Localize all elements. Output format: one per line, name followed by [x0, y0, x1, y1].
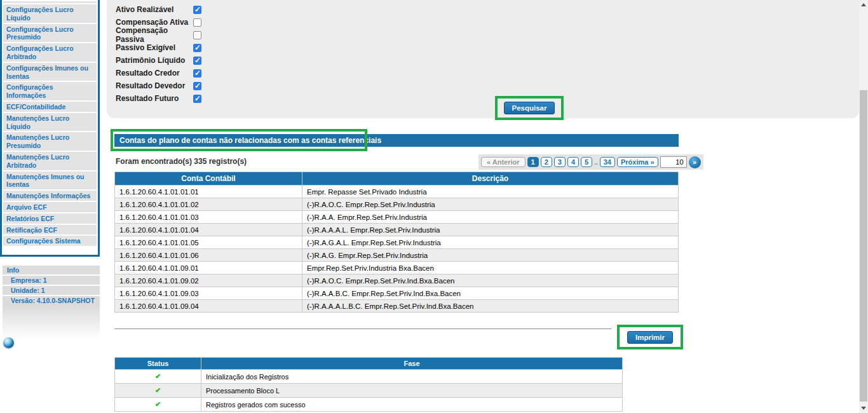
checkbox-label: Patrimônio Líquido	[116, 56, 193, 65]
sidebar-item-config-lucro-liquido[interactable]: Configurações Lucro Líquido	[3, 4, 97, 23]
annotation-box-search: Pesquisar	[495, 96, 564, 120]
sidebar-item-manut-lucro-liquido[interactable]: Manutenções Lucro Líquido	[3, 113, 97, 132]
descricao-cell: (-)R.A.G.A.L. Empr.Rep.Set.Priv.Industri…	[302, 236, 679, 249]
checkbox-list: Ativo Realizável Compensação Ativa Compe…	[116, 3, 201, 105]
compensacao-ativa-checkbox[interactable]	[193, 18, 201, 27]
scroll-up-icon[interactable]	[859, 0, 868, 10]
compensacao-passiva-checkbox[interactable]	[193, 31, 201, 39]
descricao-cell: (-)R.A.O.C. Empr.Rep.Set.Priv.Industria	[302, 198, 679, 211]
descricao-cell: Empr.Rep.Set.Priv.Industria Bxa.Bacen	[302, 262, 679, 274]
results-count: Foram encontrado(s) 335 registro(s)	[116, 157, 247, 166]
sidebar-item-config-lucro-arbitrado[interactable]: Configurações Lucro Arbitrado	[3, 43, 97, 62]
conta-cell: 1.6.1.20.60.4.1.01.09.03	[115, 287, 302, 300]
sidebar-item-manut-lucro-presumido[interactable]: Manutenções Lucro Presumido	[3, 132, 97, 151]
checkbox-row: Compensação Passiva	[116, 29, 201, 41]
scroll-down-icon[interactable]	[859, 403, 868, 413]
pesquisar-button[interactable]: Pesquisar	[504, 102, 555, 114]
checkbox-row: Patrimônio Líquido	[116, 54, 201, 67]
table-row: 1.6.1.20.60.4.1.01.09.01Empr.Rep.Set.Pri…	[115, 262, 679, 274]
check-icon: ✔	[115, 398, 201, 412]
sidebar-item-relatorios-ecf[interactable]: Relatórios ECF	[3, 213, 97, 224]
resultado-futuro-checkbox[interactable]	[193, 95, 201, 103]
conta-cell: 1.6.1.20.60.4.1.01.09.01	[115, 262, 302, 274]
pagination: « Anterior 1 2 3 4 5 .. 34 Próxima » »	[478, 154, 703, 170]
sidebar-item-manut-lucro-arbitrado[interactable]: Manutenções Lucro Arbitrado	[3, 152, 97, 170]
sidebar-item-config-informacoes[interactable]: Configurações Informações	[3, 82, 97, 100]
table-header-row: Conta Contábil Descrição	[115, 172, 679, 186]
imprimir-button[interactable]: Imprimir	[627, 331, 673, 344]
checkbox-label: Resultado Devedor	[116, 81, 193, 90]
sidebar-item-config-sistema[interactable]: Configurações Sistema	[3, 236, 97, 246]
fase-cell: Registros gerados com sucesso	[201, 398, 623, 412]
check-icon: ✔	[115, 370, 201, 384]
descricao-cell: (-)R.A.A. Empr.Rep.Set.Priv.Industria	[302, 211, 679, 224]
checkbox-row: Resultado Futuro	[116, 92, 201, 105]
conta-cell: 1.6.1.20.60.4.1.01.09.02	[115, 274, 302, 287]
prev-page-button[interactable]: « Anterior	[481, 157, 526, 167]
table-row: 1.6.1.20.60.4.1.01.01.02(-)R.A.O.C. Empr…	[115, 198, 679, 211]
checkbox-row: Resultado Credor	[116, 67, 201, 79]
table-row: 1.6.1.20.60.4.1.01.09.03(-)R.A.A.B.C. Em…	[115, 287, 679, 300]
descricao-cell: (-)R.A.O.C. Empr.Rep.Set.Priv.Ind.Bxa.Ba…	[302, 274, 679, 287]
divider-line	[114, 328, 611, 329]
conta-cell: 1.6.1.20.60.4.1.01.09.04	[115, 300, 302, 313]
vertical-scrollbar[interactable]	[859, 0, 868, 413]
table-row: 1.6.1.20.60.4.1.01.01.03(-)R.A.A. Empr.R…	[115, 211, 679, 224]
status-row: ✔ Registros gerados com sucesso	[115, 398, 623, 412]
sidebar-item-retificacao-ecf[interactable]: Retificação ECF	[3, 225, 97, 235]
page-button-2[interactable]: 2	[541, 157, 552, 167]
table-row: 1.6.1.20.60.4.1.01.01.01Empr. Repasse Se…	[115, 186, 679, 198]
filter-panel: Ativo Realizável Compensação Ativa Compe…	[107, 0, 859, 118]
descricao-cell: (-)R.A.G. Empr.Rep.Set.Priv.Industria	[302, 249, 679, 262]
descricao-cell: (-)R.A.A.A.L.B.C. Empr.Rep.Set.Priv.Ind.…	[302, 300, 679, 313]
sidebar-item-manut-imunes-isentas[interactable]: Manutenções Imunes ou Isentas	[3, 172, 97, 190]
page-button-34[interactable]: 34	[600, 157, 615, 167]
passivo-exigivel-checkbox[interactable]	[193, 44, 201, 52]
checkbox-label: Passivo Exigível	[116, 43, 193, 52]
sidebar-item-partial[interactable]	[3, 1, 97, 3]
sidebar-item-config-lucro-presumido[interactable]: Configurações Lucro Presumido	[3, 24, 97, 43]
table-row: 1.6.1.20.60.4.1.01.09.02(-)R.A.O.C. Empr…	[115, 274, 679, 287]
descricao-cell: Empr. Repasse Set.Privado Industria	[302, 186, 679, 198]
checkbox-row: Ativo Realizável	[116, 3, 201, 16]
sidebar-item-config-imunes-isentas[interactable]: Configurações Imunes ou Isentas	[3, 63, 97, 81]
page-button-1[interactable]: 1	[527, 157, 539, 167]
conta-cell: 1.6.1.20.60.4.1.01.01.05	[115, 236, 302, 249]
col-header-fase: Fase	[201, 358, 623, 370]
sidebar-menu: Configurações Lucro Líquido Configuraçõe…	[0, 0, 100, 257]
checkbox-label: Ativo Realizável	[116, 5, 193, 14]
scrollbar-thumb[interactable]	[860, 90, 867, 402]
sidebar-item-manut-informacoes[interactable]: Manutenções Informações	[3, 191, 97, 201]
col-header-conta-contabil: Conta Contábil	[115, 172, 302, 186]
ativo-realizavel-checkbox[interactable]	[193, 6, 201, 14]
sidebar-fade	[3, 304, 100, 339]
status-header-row: Status Fase	[115, 358, 623, 370]
conta-cell: 1.6.1.20.60.4.1.01.01.06	[115, 249, 302, 262]
sidebar-item-arquivo-ecf[interactable]: Arquivo ECF	[3, 202, 97, 212]
go-page-button[interactable]: »	[689, 156, 701, 168]
conta-cell: 1.6.1.20.60.4.1.01.01.04	[115, 224, 302, 236]
resultado-credor-checkbox[interactable]	[193, 69, 201, 78]
col-header-status: Status	[115, 358, 201, 370]
conta-cell: 1.6.1.20.60.4.1.01.01.02	[115, 198, 302, 211]
checkbox-label: Resultado Credor	[116, 69, 193, 78]
pagination-ellipsis: ..	[594, 159, 598, 166]
col-header-descricao: Descrição	[302, 172, 679, 186]
page-button-4[interactable]: 4	[567, 157, 579, 167]
check-icon: ✔	[115, 384, 201, 398]
sidebar-item-ecf-contabilidade[interactable]: ECF/Contabilidade	[3, 102, 97, 112]
fase-cell: Processamento Bloco L	[201, 384, 623, 398]
page-button-3[interactable]: 3	[554, 157, 566, 167]
patrimonio-liquido-checkbox[interactable]	[193, 57, 201, 65]
checkbox-row: Passivo Exigível	[116, 41, 201, 54]
status-table: Status Fase ✔ Inicialização dos Registro…	[114, 357, 623, 412]
sidebar-info: Info Empresa: 1 Unidade: 1 Versão: 4.10.…	[3, 266, 100, 306]
table-row: 1.6.1.20.60.4.1.01.01.05(-)R.A.G.A.L. Em…	[115, 236, 679, 249]
resultado-devedor-checkbox[interactable]	[193, 82, 201, 90]
info-empresa: Empresa: 1	[3, 276, 100, 285]
page-size-input[interactable]	[660, 156, 687, 168]
annotation-box-title	[111, 129, 367, 151]
page-button-5[interactable]: 5	[581, 157, 592, 167]
accounts-table: Conta Contábil Descrição 1.6.1.20.60.4.1…	[114, 172, 679, 313]
next-page-button[interactable]: Próxima »	[617, 157, 658, 167]
